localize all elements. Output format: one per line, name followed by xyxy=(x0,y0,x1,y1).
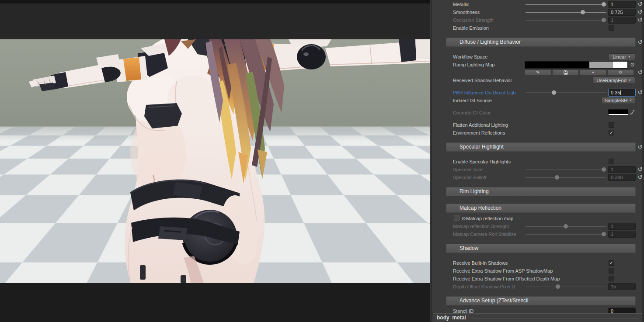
pbr-influence-slider-thumb[interactable] xyxy=(552,90,556,95)
receive-extra-asp-checkbox[interactable] xyxy=(609,268,614,274)
received-shadow-behavior-label: Received Shadow Behavior xyxy=(453,77,512,84)
pbr-influence-label: PBR Influence On Direct Ligh xyxy=(453,89,516,96)
received-shadow-behavior-value: UseRampEnd xyxy=(596,77,626,83)
chevron-down-icon: ▼ xyxy=(628,77,631,83)
ramp-add-button[interactable]: + xyxy=(580,69,606,76)
matcap-camera-roll-slider xyxy=(526,234,606,235)
pbr-influence-value-text: 0.35 xyxy=(611,90,620,96)
pbr-influence-slider[interactable] xyxy=(526,93,606,93)
metallic-slider[interactable] xyxy=(526,4,606,5)
matcap-reflection-map-label: Matcap reflection map xyxy=(466,215,513,222)
occlusion-strength-slider xyxy=(526,20,606,21)
workflow-space-label: Workflow Space xyxy=(453,53,487,60)
scene-bottom-band xyxy=(0,283,430,322)
occlusion-strength-label: Occlusion Strength xyxy=(453,17,494,24)
workflow-space-value: Linear xyxy=(613,54,626,60)
flatten-additional-lighting-checkbox[interactable] xyxy=(609,122,614,128)
section-header-specular[interactable]: Specular Hightlight xyxy=(446,142,636,152)
save-icon xyxy=(564,70,568,75)
material-preview-bar[interactable]: body_metal xyxy=(432,313,644,322)
3d-viewport[interactable] xyxy=(0,39,430,283)
received-shadow-behavior-dropdown[interactable]: UseRampEnd ▼ xyxy=(592,77,635,84)
specular-falloff-slider xyxy=(526,177,606,178)
chevron-down-icon: ▼ xyxy=(629,97,632,104)
receive-extra-offsetted-label: Receive Extra Shadow From Offsetted Dept… xyxy=(453,275,560,282)
section-header-shadow[interactable]: Shadow xyxy=(446,244,636,253)
specular-size-label: Specular Size xyxy=(453,166,483,173)
matcap-camera-roll-label: Matcap Camera Roll Stabilize xyxy=(453,231,516,238)
matcap-camera-roll-slider-thumb xyxy=(602,232,606,236)
object-picker-icon[interactable]: ⊙ xyxy=(629,61,636,68)
depth-offset-shadow-slider xyxy=(526,287,606,287)
receive-builtin-shadows-checkbox[interactable]: ✓ xyxy=(609,260,614,266)
ramp-save-button[interactable] xyxy=(552,69,579,76)
environment-reflections-label: Environment Reflections xyxy=(453,129,505,136)
enable-emission-checkbox[interactable] xyxy=(609,25,614,31)
ramp-gradient-preview[interactable] xyxy=(525,61,628,69)
section-header-diffuse[interactable]: Diffuse / Lighting Behavior xyxy=(446,38,636,47)
enable-specular-highlights-label: Enable Specular Highlights xyxy=(453,158,511,165)
depth-offset-shadow-value: 15 xyxy=(608,283,636,290)
specular-falloff-label: Specular Falloff xyxy=(453,174,486,181)
specular-falloff-slider-thumb xyxy=(555,175,559,180)
metallic-slider-thumb[interactable] xyxy=(602,2,606,7)
pencil-icon: ✎ xyxy=(536,70,540,75)
plus-icon: + xyxy=(592,70,595,75)
section-header-rim[interactable]: Rim Lighting xyxy=(446,187,636,196)
pbr-influence-value-input[interactable]: 0.35 xyxy=(608,89,636,97)
ramp-lighting-map-label: Ramp Lighting Map xyxy=(453,61,494,68)
scene-top-band xyxy=(0,3,430,39)
indirect-gi-source-value: SampleSH xyxy=(605,97,628,104)
color-alpha-strip xyxy=(609,114,628,115)
ramp-refresh-button[interactable]: ↻ xyxy=(607,69,634,76)
smoothness-label: Smoothness xyxy=(453,9,480,16)
matcap-reflection-strength-slider-thumb xyxy=(564,224,568,229)
text-caret xyxy=(620,90,621,95)
section-header-advance[interactable]: Advance Setup (ZTest/Stencil xyxy=(446,296,636,305)
metallic-value[interactable]: 1 xyxy=(608,1,636,8)
drag-handle[interactable] xyxy=(472,316,639,319)
character-render xyxy=(0,39,430,283)
smoothness-value[interactable]: 0.725 xyxy=(608,9,636,16)
depth-offset-shadow-label: Depth Offset Shadow Pixel D xyxy=(453,283,515,290)
override-gi-color-swatch xyxy=(608,109,628,116)
scene-top-strip xyxy=(0,0,430,3)
specular-size-slider xyxy=(526,170,606,170)
indirect-gi-source-dropdown[interactable]: SampleSH ▼ xyxy=(602,97,635,104)
receive-builtin-shadows-label: Receive Built-In Shadows xyxy=(453,260,508,267)
material-name: body_metal xyxy=(437,315,466,321)
matcap-texture-slot[interactable] xyxy=(454,215,460,221)
smoothness-slider-thumb[interactable] xyxy=(581,10,585,14)
matcap-reflection-strength-label: Matcap reflection Strength xyxy=(453,223,509,230)
matcap-reflection-strength-value: 1 xyxy=(608,223,636,230)
matcap-reflection-strength-slider xyxy=(526,226,606,227)
drag-handle-line xyxy=(472,317,639,317)
inspector-scrollbar[interactable] xyxy=(642,0,644,322)
flatten-additional-lighting-label: Flatten Additional Lighting xyxy=(453,121,508,128)
environment-reflections-checkbox[interactable]: ✓ xyxy=(609,130,614,135)
unity-editor-window: Metallic 1 ↺ Smoothness 0.725 ↺ Occlusio… xyxy=(0,0,644,322)
material-inspector-panel: Metallic 1 ↺ Smoothness 0.725 ↺ Occlusio… xyxy=(431,0,644,322)
matcap-camera-roll-value: 1 xyxy=(608,231,636,238)
receive-extra-asp-label: Receive Extra Shadow From ASP ShadowMap xyxy=(453,267,553,274)
specular-size-value: 1 xyxy=(608,166,636,173)
occlusion-strength-slider-thumb xyxy=(602,18,606,22)
eyedropper-icon xyxy=(630,109,636,116)
chevron-down-icon: ▼ xyxy=(628,54,631,60)
drag-handle-line xyxy=(472,318,639,319)
receive-extra-offsetted-checkbox[interactable] xyxy=(609,276,614,281)
specular-size-slider-thumb xyxy=(602,167,606,172)
ramp-edit-button[interactable]: ✎ xyxy=(525,69,551,76)
indirect-gi-source-label: Indirect GI Source xyxy=(453,97,492,104)
occlusion-strength-value: 1 xyxy=(608,17,636,24)
refresh-icon: ↻ xyxy=(619,70,622,75)
enable-specular-highlights-checkbox[interactable] xyxy=(609,159,614,164)
override-gi-color-label: Override GI Color xyxy=(453,109,491,116)
workflow-space-dropdown[interactable]: Linear ▼ xyxy=(608,53,635,60)
metallic-label: Metallic xyxy=(453,1,469,8)
section-header-matcap[interactable]: Matcap Reflection xyxy=(446,204,636,213)
scene-view-column xyxy=(0,0,430,322)
smoothness-slider[interactable] xyxy=(526,12,606,13)
enable-emission-label: Enable Emission xyxy=(453,24,489,31)
depth-offset-shadow-slider-thumb xyxy=(556,284,560,289)
